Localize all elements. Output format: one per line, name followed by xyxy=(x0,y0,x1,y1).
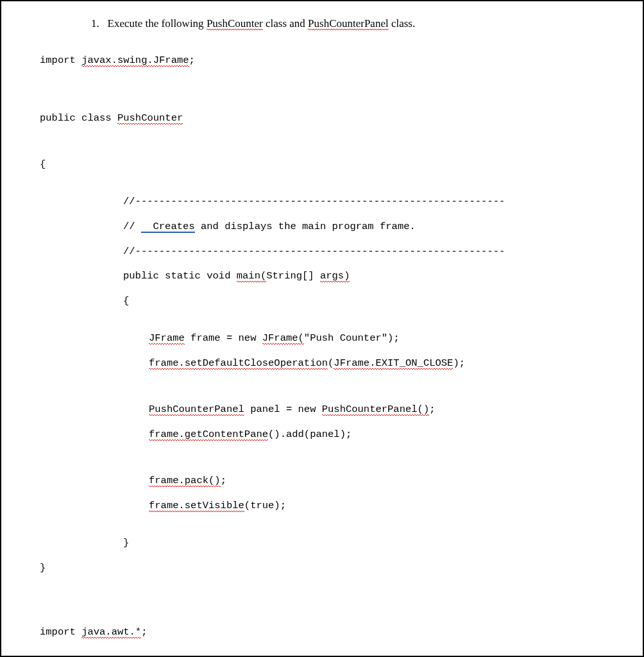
code-block-pushcounter: import javax.swing.JFrame; public class … xyxy=(40,42,604,586)
comment-creates: Creates xyxy=(141,221,195,233)
class-ref-2: PushCounterPanel xyxy=(308,17,389,30)
classname-pushcounter: PushCounter xyxy=(117,112,183,124)
instruction-text: Execute the following xyxy=(108,17,207,30)
instruction: 1. Execute the following PushCounter cla… xyxy=(91,17,604,30)
main-sig: main( xyxy=(237,270,267,282)
import-2: java.awt.* xyxy=(81,626,141,638)
class-ref-1: PushCounter xyxy=(207,17,263,30)
import-1: javax.swing.JFrame xyxy=(81,55,189,67)
instruction-number: 1. xyxy=(91,17,99,30)
code-block-pushcounterpanel: import java.awt.*; import java.awt.event… xyxy=(40,613,604,657)
